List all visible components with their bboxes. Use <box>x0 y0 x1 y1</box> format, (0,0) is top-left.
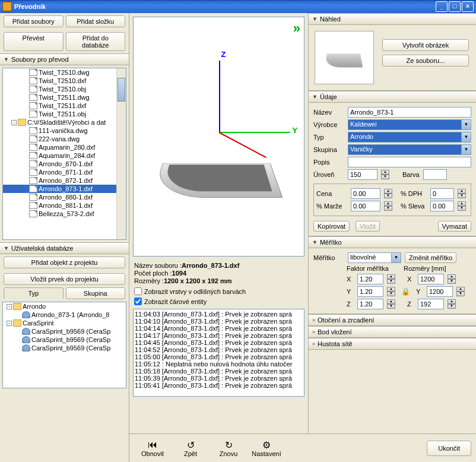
file-item[interactable]: 222-vana.dwg <box>3 135 126 143</box>
chevron-down-icon: ▼ <box>312 94 318 100</box>
file-item[interactable]: Arrondo_880-1.dxf <box>3 193 126 201</box>
fy-input[interactable] <box>357 286 383 297</box>
log-line: 11:05:18 [Arrondo_873-1.dxf] : Prvek je … <box>135 368 303 375</box>
chevron-right-icon: » <box>312 317 315 323</box>
chevron-down-icon: ▼ <box>461 145 471 154</box>
next-icon[interactable]: » <box>293 21 300 36</box>
settings-button[interactable]: ⚙Nastavení <box>248 436 285 460</box>
file-item[interactable]: Arrondo_881-1.dxf <box>3 201 126 210</box>
desc-input[interactable] <box>348 157 471 167</box>
log-output[interactable]: 11:04:03 [Arrondo_873-1.dxf] : Prvek je … <box>133 309 304 397</box>
preview-header[interactable]: ▼Náhled <box>309 13 476 25</box>
margin-input[interactable] <box>351 201 380 211</box>
convert-button[interactable]: Převést <box>4 32 64 51</box>
db-item[interactable]: CaraSprint_b9569 (CeraSp <box>3 327 126 336</box>
redo-icon: ↻ <box>225 439 233 450</box>
db-item[interactable]: CaraSprint_b9569 (CeraSp <box>3 336 126 344</box>
level-spinner[interactable]: ▲▼ <box>381 170 389 179</box>
file-item[interactable]: Aquamarin_284.dxf <box>3 151 126 160</box>
file-item[interactable]: Arrondo_871-1.dxf <box>3 168 126 176</box>
price-input[interactable] <box>351 188 380 199</box>
file-item[interactable]: Twist_T2511.dxf <box>3 102 126 110</box>
chevron-down-icon: ▼ <box>312 16 318 22</box>
add-folder-button[interactable]: Přidat složku <box>66 15 126 27</box>
from-file-button[interactable]: Ze souboru... <box>382 55 469 67</box>
tab-skupina[interactable]: Skupina <box>66 287 126 299</box>
viewport-3d[interactable]: » Z Y <box>133 17 304 257</box>
insert-object-button[interactable]: Vložit prvek do projektu <box>4 273 125 285</box>
chevron-down-icon: ▼ <box>461 120 471 129</box>
minimize-button[interactable]: _ <box>436 1 448 12</box>
log-line: 11:04:17 [Arrondo_873-1.dxf] : Prvek je … <box>135 332 303 339</box>
scale-header[interactable]: ▼Měřítko <box>309 236 476 248</box>
dx-input[interactable] <box>418 274 444 284</box>
add-files-button[interactable]: Přidat soubory <box>4 15 64 27</box>
name-input[interactable] <box>348 107 471 118</box>
db-item[interactable]: -Arrondo <box>3 302 126 311</box>
db-panel-header[interactable]: ▼Uživatelská databáze <box>0 242 129 254</box>
copy-button[interactable]: Kopírovat <box>313 221 350 232</box>
file-item[interactable]: Twist_T2510.dxf <box>3 77 126 85</box>
show-layers-checkbox[interactable]: Zobrazit vrstvy v odlišných barvách <box>134 287 303 295</box>
files-tree[interactable]: Twist_T2510.dwgTwist_T2510.dxfTwist_T251… <box>2 68 126 240</box>
window-title: Převodník <box>14 3 46 10</box>
paste-button[interactable]: Vložit <box>356 221 380 232</box>
delete-button[interactable]: Vymazat <box>438 221 471 232</box>
db-item[interactable]: -CaraSprint <box>3 319 126 327</box>
rotation-header[interactable]: »Otočení a zrcadlení <box>309 314 476 326</box>
tab-typ[interactable]: Typ <box>4 287 64 299</box>
show-lines-checkbox[interactable]: Zobrazit čárové entity <box>134 298 303 305</box>
maximize-button[interactable]: □ <box>449 1 461 12</box>
color-swatch[interactable] <box>423 169 447 180</box>
add-object-button[interactable]: Přidat objekt z projektu <box>4 257 125 268</box>
dz-input[interactable] <box>418 299 444 309</box>
change-scale-button[interactable]: Změnit měřítko <box>405 252 456 263</box>
file-item[interactable]: Arrondo_870-1.dxf <box>3 160 126 168</box>
file-item[interactable]: Arrondo_872-1.dxf <box>3 176 126 185</box>
add-to-db-button[interactable]: Přidat do databáze <box>66 32 126 51</box>
chevron-down-icon: ▼ <box>4 245 9 251</box>
file-item[interactable]: Arrondo_873-1.dxf <box>3 185 126 193</box>
undo-button[interactable]: ↺Zpět <box>172 436 209 460</box>
db-tree[interactable]: -ArrondoArrondo_873-1 (Arrondo_8-CaraSpr… <box>2 302 126 388</box>
db-item[interactable]: Arrondo_873-1 (Arrondo_8 <box>3 311 126 319</box>
log-line: 11:05:41 [Arrondo_873-1.dxf] : Prvek je … <box>135 382 303 389</box>
file-item[interactable]: Twist_T2510.obj <box>3 85 126 93</box>
fx-input[interactable] <box>357 274 383 284</box>
file-item[interactable]: Twist_T2511.dwg <box>3 93 126 102</box>
create-image-button[interactable]: Vytvořit obrázek <box>382 39 469 51</box>
db-item[interactable]: CaraSprint_b9569 (CeraSp <box>3 344 126 352</box>
chevron-down-icon: ▼ <box>4 56 9 62</box>
file-item[interactable]: Twist_T2511.obj <box>3 110 126 118</box>
disc-input[interactable] <box>430 201 454 211</box>
dy-input[interactable] <box>427 286 453 297</box>
log-line: 11:04:14 [Arrondo_873-1.dxf] : Prvek je … <box>135 325 303 332</box>
insertion-header[interactable]: »Bod vložení <box>309 326 476 338</box>
vat-input[interactable] <box>430 188 454 199</box>
scale-select[interactable]: libovolné▼ <box>348 252 401 263</box>
mesh-header[interactable]: »Hustota sítě <box>309 338 476 350</box>
file-item[interactable]: -C:\#Skladiště\Výrobci a dat <box>3 118 126 126</box>
scrollbar[interactable] <box>116 68 126 239</box>
files-panel-header[interactable]: ▼Soubory pro převod <box>0 53 129 65</box>
group-select[interactable]: Vaničky▼ <box>348 144 471 155</box>
file-item[interactable]: 111-vanička.dwg <box>3 126 126 135</box>
fz-input[interactable] <box>357 299 383 309</box>
maker-select[interactable]: Kaldewei▼ <box>348 119 471 130</box>
type-select[interactable]: Arrondo▼ <box>348 132 471 143</box>
chevron-right-icon: » <box>312 341 315 347</box>
close-button[interactable]: × <box>462 1 474 12</box>
log-line: 11:05:00 [Arrondo_873-1.dxf] : Prvek je … <box>135 353 303 360</box>
refresh-button[interactable]: ⏮Obnovit <box>134 436 171 460</box>
rewind-icon: ⏮ <box>148 439 157 450</box>
exit-button[interactable]: Ukončit <box>427 441 471 456</box>
file-item[interactable]: Aquamarin_280.dxf <box>3 143 126 151</box>
level-input[interactable] <box>348 169 377 180</box>
lock-icon[interactable]: 🔒 <box>399 287 412 296</box>
model-preview <box>157 149 276 220</box>
props-header[interactable]: ▼Údaje <box>309 91 476 103</box>
file-item[interactable]: Twist_T2510.dwg <box>3 68 126 77</box>
redo-button[interactable]: ↻Znovu <box>210 436 247 460</box>
axis-z <box>219 61 220 132</box>
file-item[interactable]: Bellezza_573-2.dxf <box>3 210 126 218</box>
